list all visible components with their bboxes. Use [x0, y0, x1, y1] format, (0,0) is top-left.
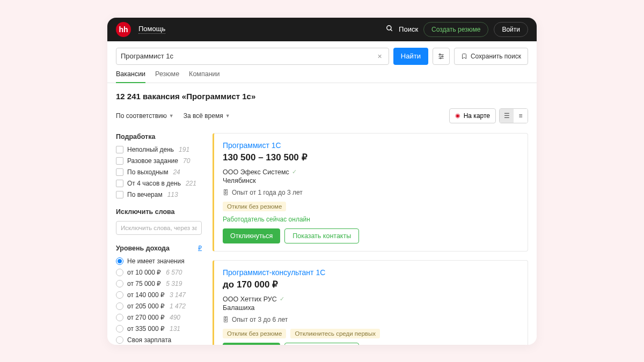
job-card: Программист-консультант 1С до 170 000 ₽ …	[213, 260, 528, 345]
search-icon[interactable]	[386, 25, 393, 34]
results-count-title: 12 241 вакансия «Программист 1с»	[116, 92, 528, 101]
apply-button[interactable]: Откликнуться	[223, 343, 280, 345]
option-count: 490	[170, 314, 180, 321]
job-tag: Отклик без резюме	[223, 329, 286, 338]
search-label[interactable]: Поиск	[399, 25, 418, 33]
help-link[interactable]: Помощь	[138, 25, 165, 34]
contacts-button[interactable]: Показать контакты	[284, 228, 359, 243]
svg-point-6	[442, 55, 443, 56]
option-label: от 270 000 ₽	[127, 314, 165, 321]
radio[interactable]	[116, 302, 123, 310]
login-button[interactable]: Войти	[494, 22, 528, 37]
tab-resumes[interactable]: Резюме	[155, 70, 179, 83]
chevron-down-icon: ▼	[169, 113, 174, 119]
period-label: За всё время	[184, 112, 223, 120]
radio[interactable]	[116, 314, 123, 321]
period-dropdown[interactable]: За всё время ▼	[184, 112, 230, 120]
option-count: 6 570	[166, 269, 182, 276]
create-resume-button[interactable]: Создать резюме	[423, 22, 488, 37]
save-search-label: Сохранить поиск	[471, 53, 521, 60]
job-actions: Откликнуться Показать контакты	[223, 343, 519, 345]
sort-dropdown[interactable]: По соответствию ▼	[116, 112, 174, 120]
parttime-option[interactable]: От 4 часов в день221	[116, 180, 202, 187]
checkbox[interactable]	[116, 146, 123, 153]
tab-companies[interactable]: Компании	[189, 70, 219, 83]
radio[interactable]	[116, 336, 123, 344]
svg-point-7	[440, 57, 441, 58]
briefcase-icon: 🗄	[223, 189, 229, 196]
option-label: От 4 часов в день	[127, 180, 181, 187]
search-input[interactable]	[121, 52, 376, 60]
option-label: от 140 000 ₽	[127, 291, 165, 299]
radio[interactable]	[116, 257, 123, 265]
radio[interactable]	[116, 325, 123, 333]
view-list-detailed[interactable]: ☰	[500, 109, 514, 123]
parttime-option[interactable]: Неполный день191	[116, 146, 202, 153]
job-tags: Отклик без резюмеОткликнитесь среди перв…	[223, 329, 519, 338]
income-option[interactable]: от 75 000 ₽5 319	[116, 280, 202, 287]
topbar: hh Помощь Поиск Создать резюме Войти	[107, 18, 537, 41]
radio[interactable]	[116, 269, 123, 276]
radio[interactable]	[116, 291, 123, 299]
filter-parttime: Подработка Неполный день191Разовое задан…	[116, 133, 202, 198]
map-label: На карте	[464, 112, 490, 120]
option-label: По вечерам	[127, 191, 163, 198]
find-button[interactable]: Найти	[393, 48, 428, 65]
income-option[interactable]: от 140 000 ₽3 147	[116, 291, 202, 299]
income-option[interactable]: от 270 000 ₽490	[116, 314, 202, 321]
option-label: от 75 000 ₽	[127, 280, 161, 287]
checkbox[interactable]	[116, 191, 123, 198]
job-experience: 🗄Опыт от 3 до 6 лет	[223, 316, 519, 323]
tab-vacancies[interactable]: Вакансии	[116, 70, 145, 83]
job-actions: Откликнуться Показать контакты	[223, 228, 519, 243]
view-list-compact[interactable]: ≡	[514, 109, 528, 123]
option-label: от 10 000 ₽	[127, 269, 161, 276]
parttime-option[interactable]: По выходным24	[116, 168, 202, 176]
apply-button[interactable]: Откликнуться	[223, 228, 280, 243]
job-title[interactable]: Программист-консультант 1С	[223, 268, 519, 277]
map-button[interactable]: ◉ На карте	[449, 108, 496, 123]
parttime-option[interactable]: По вечерам113	[116, 191, 202, 198]
income-option[interactable]: Своя зарплата	[116, 336, 202, 344]
job-company[interactable]: ООО Хеттих РУС✓	[223, 295, 519, 303]
verified-icon: ✓	[292, 168, 297, 175]
option-count: 70	[183, 157, 190, 165]
checkbox[interactable]	[116, 180, 123, 187]
income-option[interactable]: от 10 000 ₽6 570	[116, 269, 202, 276]
option-count: 3 147	[170, 291, 186, 299]
income-option[interactable]: от 205 000 ₽1 472	[116, 302, 202, 310]
filters-toggle-button[interactable]	[433, 48, 450, 65]
filter-parttime-title: Подработка	[116, 133, 202, 141]
income-option[interactable]: Не имеет значения	[116, 257, 202, 265]
option-count: 1 472	[170, 302, 186, 310]
filter-income: Уровень дохода ₽ Не имеет значенияот 10 …	[116, 245, 202, 345]
exclude-input[interactable]	[116, 221, 202, 235]
filter-exclude: Исключить слова	[116, 208, 202, 235]
save-search-button[interactable]: Сохранить поиск	[454, 48, 528, 65]
option-label: Своя зарплата	[127, 336, 171, 344]
briefcase-icon: 🗄	[223, 316, 229, 323]
filters-panel: Подработка Неполный день191Разовое задан…	[116, 133, 202, 345]
checkbox[interactable]	[116, 168, 123, 176]
job-title[interactable]: Программист 1С	[223, 141, 519, 150]
job-location: Челябинск	[223, 177, 519, 184]
job-card: Программист 1С 130 500 – 130 500 ₽ ООО Э…	[213, 133, 528, 252]
radio[interactable]	[116, 280, 123, 287]
logo[interactable]: hh	[116, 22, 131, 37]
option-count: 191	[179, 146, 189, 153]
search-input-wrap[interactable]: ×	[116, 48, 389, 65]
svg-point-0	[387, 26, 391, 30]
option-count: 5 319	[166, 280, 182, 287]
job-company[interactable]: ООО Эфекс Системс✓	[223, 168, 519, 176]
clear-icon[interactable]: ×	[376, 52, 384, 61]
checkbox[interactable]	[116, 157, 123, 165]
job-tag: Откликнитесь среди первых	[290, 329, 380, 338]
income-option[interactable]: от 335 000 ₽131	[116, 325, 202, 333]
option-count: 113	[167, 191, 178, 198]
job-tag: Отклик без резюме	[223, 202, 286, 211]
option-count: 24	[173, 168, 180, 176]
employer-online: Работодатель сейчас онлайн	[223, 216, 519, 223]
parttime-option[interactable]: Разовое задание70	[116, 157, 202, 165]
contacts-button[interactable]: Показать контакты	[284, 343, 359, 345]
currency-icon[interactable]: ₽	[198, 245, 202, 252]
